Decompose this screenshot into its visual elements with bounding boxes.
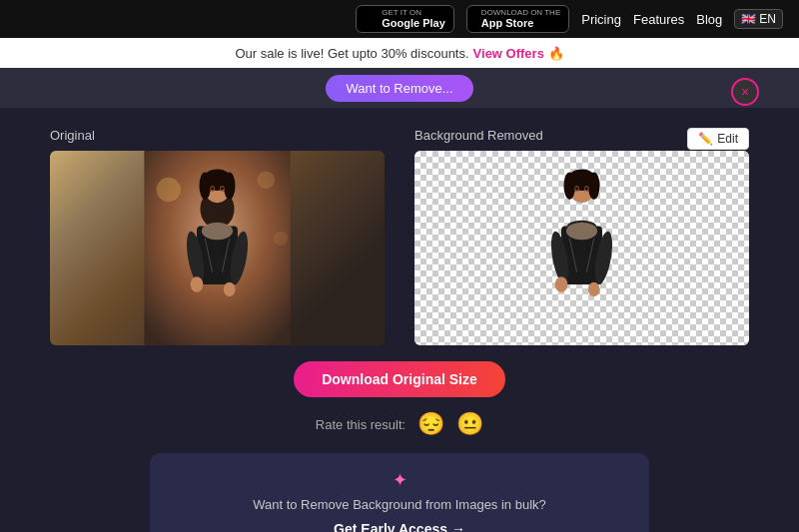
close-icon: ×: [741, 84, 749, 100]
svg-point-27: [575, 188, 578, 191]
svg-point-24: [588, 172, 600, 199]
sale-text: Our sale is live! Get upto 30% discounts…: [235, 46, 468, 61]
svg-point-34: [555, 276, 568, 292]
app-store-badge[interactable]: Download on the App Store: [466, 5, 569, 34]
early-access-link[interactable]: Get Early Access →: [334, 521, 465, 532]
download-button[interactable]: Download Original Size: [294, 361, 505, 397]
download-section: Download Original Size: [294, 361, 505, 397]
neutral-emoji-button[interactable]: 😐: [456, 411, 483, 437]
edit-button[interactable]: ✏️ Edit: [687, 128, 749, 150]
close-button[interactable]: ×: [731, 78, 759, 106]
svg-point-17: [191, 276, 204, 292]
removed-image: [414, 151, 749, 345]
original-label: Original: [50, 128, 385, 143]
svg-point-2: [257, 171, 275, 189]
svg-point-31: [566, 223, 597, 241]
app-store-bottom-text: App Store: [481, 17, 560, 29]
language-selector[interactable]: 🇬🇧 EN: [734, 9, 783, 29]
sad-emoji-button[interactable]: 😔: [417, 411, 444, 437]
bulk-cta-section: ✦ Want to Remove Background from Images …: [150, 453, 649, 532]
svg-point-7: [199, 172, 211, 199]
sale-banner: Our sale is live! Get upto 30% discounts…: [0, 38, 799, 68]
app-store-top-text: Download on the: [481, 9, 560, 18]
svg-point-28: [585, 188, 588, 191]
google-play-icon: ▶: [365, 11, 376, 27]
navbar: ▶ GET IT ON Google Play Download on the …: [0, 0, 799, 38]
rating-section: Rate this result: 😔 😐: [316, 411, 483, 437]
svg-point-18: [224, 282, 236, 297]
edit-icon: ✏️: [698, 132, 713, 146]
svg-point-1: [157, 178, 181, 202]
fire-icon: 🔥: [548, 46, 564, 61]
svg-point-8: [224, 172, 236, 199]
original-person-svg: [50, 151, 385, 345]
original-panel: Original: [50, 128, 385, 345]
main-content: Original: [0, 108, 799, 532]
lang-label: EN: [759, 12, 776, 26]
svg-point-23: [563, 172, 575, 199]
upload-text: Want to Remove...: [346, 81, 452, 96]
bulk-cta-text: Want to Remove Background from Images in…: [174, 497, 625, 512]
upload-button[interactable]: Want to Remove...: [326, 75, 472, 102]
features-link[interactable]: Features: [633, 12, 684, 27]
flag-icon: 🇬🇧: [741, 12, 756, 26]
svg-point-3: [274, 231, 289, 246]
google-play-badge[interactable]: ▶ GET IT ON Google Play: [356, 5, 454, 34]
blog-link[interactable]: Blog: [696, 12, 722, 27]
view-offers-link[interactable]: View Offers 🔥: [473, 46, 564, 61]
svg-point-14: [202, 223, 233, 241]
svg-point-11: [211, 188, 214, 191]
arrow-icon: →: [451, 521, 465, 532]
google-play-bottom-text: Google Play: [382, 17, 445, 29]
early-access-text: Get Early Access: [334, 521, 447, 532]
pricing-link[interactable]: Pricing: [581, 12, 621, 27]
removed-panel: Background Removed: [414, 128, 749, 345]
removed-image-container: [414, 151, 749, 345]
svg-point-12: [221, 188, 224, 191]
bulk-cta-icon: ✦: [174, 469, 625, 491]
rating-label: Rate this result:: [316, 417, 405, 432]
upload-bar: Want to Remove...: [0, 68, 799, 108]
google-play-top-text: GET IT ON: [382, 9, 445, 18]
original-image: [50, 151, 385, 345]
svg-point-35: [588, 282, 600, 297]
removed-person-svg: [414, 151, 749, 345]
original-image-container: [50, 151, 385, 345]
image-comparison: Original: [50, 128, 749, 345]
